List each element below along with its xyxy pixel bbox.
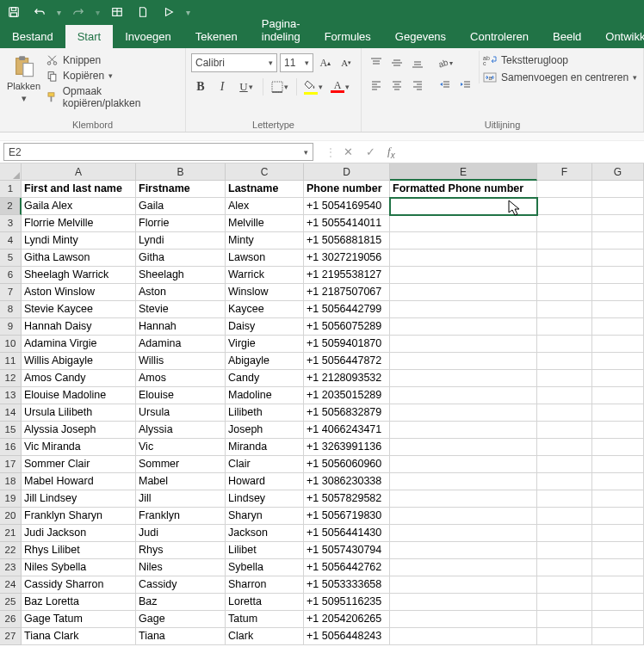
row-header[interactable]: 24: [0, 576, 22, 594]
data-cell[interactable]: [390, 267, 537, 284]
data-cell[interactable]: Warrick: [226, 267, 304, 284]
row-header[interactable]: 27: [0, 628, 22, 645]
data-cell[interactable]: +1 5053333658: [304, 576, 390, 594]
data-cell[interactable]: Githa Lawson: [22, 250, 136, 267]
data-cell[interactable]: [537, 611, 592, 628]
data-cell[interactable]: Tiana Clark: [22, 628, 136, 645]
bold-button[interactable]: B: [191, 77, 210, 96]
data-cell[interactable]: Gage Tatum: [22, 611, 136, 628]
page-icon[interactable]: [133, 2, 153, 22]
tab-beeld[interactable]: Beeld: [541, 25, 593, 48]
data-cell[interactable]: [592, 490, 644, 508]
data-cell[interactable]: Lilibeth: [226, 404, 304, 422]
data-cell[interactable]: +1 5057430794: [304, 542, 390, 559]
data-cell[interactable]: [592, 267, 644, 284]
decrease-indent-icon[interactable]: [436, 76, 455, 95]
data-cell[interactable]: +1 5056441430: [304, 525, 390, 542]
data-cell[interactable]: [537, 473, 592, 490]
data-cell[interactable]: Stevie: [136, 301, 226, 318]
data-cell[interactable]: Sommer: [136, 456, 226, 473]
row-header[interactable]: 14: [0, 404, 22, 422]
data-cell[interactable]: [592, 336, 644, 353]
data-cell[interactable]: [592, 215, 644, 232]
italic-button[interactable]: I: [213, 77, 232, 96]
data-cell[interactable]: Sharyn: [226, 508, 304, 525]
data-cell[interactable]: [537, 215, 592, 232]
tab-start[interactable]: Start: [65, 25, 113, 48]
undo-icon[interactable]: [29, 2, 50, 22]
row-header[interactable]: 12: [0, 370, 22, 387]
data-cell[interactable]: [390, 198, 537, 215]
paste-button[interactable]: Plakken ▾: [5, 51, 42, 104]
data-cell[interactable]: [592, 508, 644, 525]
data-cell[interactable]: Lilibet: [226, 542, 304, 559]
header-cell[interactable]: Firstname: [136, 181, 226, 198]
data-cell[interactable]: [537, 370, 592, 387]
align-bottom-icon[interactable]: [408, 53, 427, 72]
header-cell[interactable]: Phone number: [304, 181, 390, 198]
data-cell[interactable]: Abigayle: [226, 353, 304, 370]
data-cell[interactable]: [390, 611, 537, 628]
header-cell[interactable]: Lastname: [226, 181, 304, 198]
save-icon[interactable]: [3, 2, 24, 22]
data-cell[interactable]: [537, 542, 592, 559]
data-cell[interactable]: [390, 284, 537, 301]
decrease-font-icon[interactable]: A▾: [337, 53, 356, 72]
data-cell[interactable]: +1 5056448243: [304, 628, 390, 645]
data-cell[interactable]: [592, 559, 644, 576]
data-cell[interactable]: Sybella: [226, 559, 304, 576]
header-cell[interactable]: [537, 181, 592, 198]
data-cell[interactable]: [592, 628, 644, 645]
data-cell[interactable]: [390, 232, 537, 250]
align-left-icon[interactable]: [367, 76, 386, 95]
data-cell[interactable]: Florrie: [136, 215, 226, 232]
data-cell[interactable]: Miranda: [226, 439, 304, 456]
data-cell[interactable]: [592, 318, 644, 336]
data-cell[interactable]: Lindsey: [226, 490, 304, 508]
data-cell[interactable]: [390, 422, 537, 439]
data-cell[interactable]: Howard: [226, 473, 304, 490]
data-cell[interactable]: [390, 525, 537, 542]
tab-gegevens[interactable]: Gegevens: [383, 25, 458, 48]
name-box[interactable]: E2▾: [3, 143, 313, 161]
data-cell[interactable]: Sheelagh Warrick: [22, 267, 136, 284]
data-cell[interactable]: Cassidy: [136, 576, 226, 594]
data-cell[interactable]: +1 5054169540: [304, 198, 390, 215]
row-header[interactable]: 15: [0, 422, 22, 439]
data-cell[interactable]: Hannah Daisy: [22, 318, 136, 336]
data-cell[interactable]: [537, 422, 592, 439]
row-header[interactable]: 25: [0, 594, 22, 611]
row-header[interactable]: 26: [0, 611, 22, 628]
data-cell[interactable]: Amos Candy: [22, 370, 136, 387]
enter-formula-icon[interactable]: ✓: [360, 144, 381, 161]
data-cell[interactable]: [537, 439, 592, 456]
row-header[interactable]: 7: [0, 284, 22, 301]
data-cell[interactable]: Alex: [226, 198, 304, 215]
data-cell[interactable]: +1 5056719830: [304, 508, 390, 525]
column-header[interactable]: F: [537, 163, 592, 181]
data-cell[interactable]: [537, 250, 592, 267]
row-header[interactable]: 4: [0, 232, 22, 250]
data-cell[interactable]: [592, 542, 644, 559]
data-cell[interactable]: [537, 336, 592, 353]
data-cell[interactable]: [537, 353, 592, 370]
increase-indent-icon[interactable]: [456, 76, 475, 95]
table-icon[interactable]: [107, 2, 127, 22]
data-cell[interactable]: [537, 284, 592, 301]
row-header[interactable]: 16: [0, 439, 22, 456]
data-cell[interactable]: Tiana: [136, 628, 226, 645]
data-cell[interactable]: [592, 525, 644, 542]
column-header[interactable]: G: [592, 163, 644, 181]
data-cell[interactable]: [592, 370, 644, 387]
data-cell[interactable]: [537, 559, 592, 576]
data-cell[interactable]: [537, 318, 592, 336]
column-header[interactable]: D: [304, 163, 390, 181]
data-cell[interactable]: +1 5055414011: [304, 215, 390, 232]
data-cell[interactable]: [537, 301, 592, 318]
orientation-icon[interactable]: ab▾: [436, 53, 455, 72]
data-cell[interactable]: [390, 576, 537, 594]
data-cell[interactable]: [592, 439, 644, 456]
data-cell[interactable]: +1 2128093532: [304, 370, 390, 387]
data-cell[interactable]: [592, 353, 644, 370]
data-cell[interactable]: Aston Winslow: [22, 284, 136, 301]
